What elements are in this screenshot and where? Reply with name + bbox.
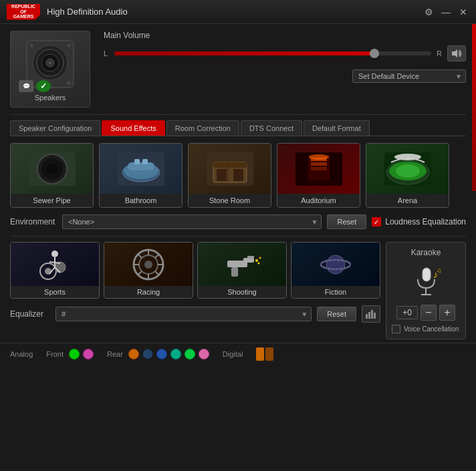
sports-svg — [35, 246, 75, 283]
volume-fill — [114, 51, 374, 55]
fiction-svg — [316, 246, 356, 283]
svg-rect-68 — [366, 314, 368, 319]
env-card-sewer-pipe[interactable]: Sewer Pipe — [10, 143, 94, 208]
tabs-row: Speaker Configuration Sound Effects Room… — [10, 120, 466, 136]
environment-reset-button[interactable]: Reset — [327, 214, 366, 229]
mute-button[interactable] — [447, 45, 466, 61]
voice-cancellation-checkbox[interactable] — [392, 325, 400, 333]
rear-dot-5[interactable] — [185, 349, 195, 359]
loudness-checkbox[interactable]: ✓ — [372, 217, 381, 226]
svg-rect-59 — [243, 258, 254, 263]
equalizer-reset-button[interactable]: Reset — [317, 307, 356, 321]
rear-dot-2[interactable] — [142, 349, 153, 359]
svg-line-54 — [138, 254, 142, 258]
svg-rect-72 — [423, 268, 431, 281]
tab-speaker-configuration[interactable]: Speaker Configuration — [10, 120, 100, 136]
environment-select-wrapper: <None> ▼ — [62, 214, 322, 229]
main-content: 💬 ✓ Speakers Main Volume L R — [0, 24, 476, 343]
environment-select[interactable]: <None> — [62, 214, 322, 229]
front-section: Front — [46, 349, 94, 359]
front-dot-1[interactable] — [69, 349, 80, 359]
settings-button[interactable]: ⚙ — [423, 6, 435, 18]
svg-point-62 — [255, 259, 258, 262]
stone-room-image — [189, 144, 271, 194]
speaker-label: Speakers — [35, 94, 66, 102]
front-dots — [69, 349, 94, 359]
front-dot-2[interactable] — [83, 349, 94, 359]
voice-cancellation-row: Voice Cancellation — [392, 325, 460, 333]
eq-section: Sports — [10, 242, 380, 339]
digital-label: Digital — [223, 350, 243, 358]
rear-dot-4[interactable] — [170, 349, 181, 359]
svg-rect-61 — [247, 256, 254, 259]
arena-label: Arena — [366, 194, 449, 207]
karaoke-icon: ♪ ♫ — [392, 263, 460, 299]
svg-point-14 — [47, 164, 57, 174]
voice-cancellation-label: Voice Cancellation — [404, 325, 459, 333]
preset-card-fiction[interactable]: Fiction — [291, 242, 380, 299]
rear-dot-3[interactable] — [156, 349, 167, 359]
svg-line-55 — [155, 271, 159, 275]
chat-badge-icon: 💬 — [19, 80, 33, 92]
sports-image — [11, 243, 99, 286]
divider-1 — [10, 114, 466, 115]
tab-default-format[interactable]: Default Format — [304, 120, 370, 136]
env-card-bathroom[interactable]: Bathroom — [99, 143, 183, 208]
rear-dot-1[interactable] — [128, 349, 139, 359]
tab-dts-connect[interactable]: DTS Connect — [241, 120, 302, 136]
preset-card-sports[interactable]: Sports — [10, 242, 100, 299]
svg-rect-31 — [311, 167, 327, 170]
karaoke-svg: ♪ ♫ — [408, 265, 445, 298]
svg-rect-20 — [142, 159, 148, 164]
karaoke-increment-button[interactable]: + — [439, 305, 455, 321]
env-card-stone-room[interactable]: Stone Room — [188, 143, 271, 208]
preset-cards: Sports — [10, 242, 380, 299]
preset-card-shooting[interactable]: Shooting — [197, 242, 287, 299]
divider-2 — [10, 236, 466, 237]
svg-text:♫: ♫ — [437, 267, 442, 274]
stone-room-svg — [203, 149, 257, 189]
svg-point-5 — [49, 61, 51, 64]
svg-point-64 — [258, 263, 260, 265]
karaoke-controls: +0 − + — [392, 305, 460, 321]
auditorium-svg — [292, 149, 346, 189]
rear-dot-6[interactable] — [199, 349, 209, 359]
preset-card-racing[interactable]: Racing — [104, 242, 193, 299]
close-button[interactable]: ✕ — [457, 6, 469, 18]
rear-section: Rear — [107, 349, 209, 359]
speaker-device-icon[interactable]: 💬 ✓ Speakers — [10, 31, 90, 108]
env-card-auditorium[interactable]: Auditorium — [277, 143, 360, 208]
speaker-icon — [451, 49, 462, 58]
minimize-button[interactable]: — — [440, 6, 452, 18]
volume-slider-row: L R — [104, 45, 466, 61]
svg-rect-24 — [217, 169, 227, 181]
svg-rect-19 — [134, 159, 140, 164]
svg-rect-70 — [371, 310, 373, 319]
front-label: Front — [46, 350, 64, 358]
volume-slider[interactable] — [114, 51, 431, 55]
env-card-arena[interactable]: Arena — [366, 143, 449, 208]
sports-label: Sports — [11, 286, 99, 298]
status-bar: Analog Front Rear Digital — [0, 343, 476, 365]
tab-sound-effects[interactable]: Sound Effects — [102, 120, 164, 136]
volume-section: Main Volume L R — [104, 31, 466, 83]
tab-room-correction[interactable]: Room Correction — [166, 120, 239, 136]
default-device-select[interactable]: Set Default Device — [352, 69, 466, 83]
shooting-image — [198, 243, 286, 286]
svg-point-42 — [51, 251, 58, 257]
bathroom-label: Bathroom — [100, 194, 182, 207]
equalizer-graph-button[interactable] — [362, 305, 380, 323]
svg-rect-18 — [128, 162, 154, 170]
racing-image — [104, 243, 193, 286]
app-logo: REPUBLICOFGAMERS — [7, 3, 40, 21]
svg-line-57 — [138, 271, 142, 275]
environment-row: Environment <None> ▼ Reset ✓ Loudness Eq… — [10, 214, 466, 229]
rear-label: Rear — [107, 350, 123, 358]
loudness-row: ✓ Loudness Equalization — [372, 217, 466, 226]
volume-thumb[interactable] — [370, 49, 379, 58]
rear-dots — [128, 349, 209, 359]
left-channel-label: L — [104, 49, 109, 57]
equalizer-select[interactable]: # — [55, 307, 312, 321]
bathroom-image — [100, 144, 182, 194]
karaoke-decrement-button[interactable]: − — [421, 305, 437, 321]
